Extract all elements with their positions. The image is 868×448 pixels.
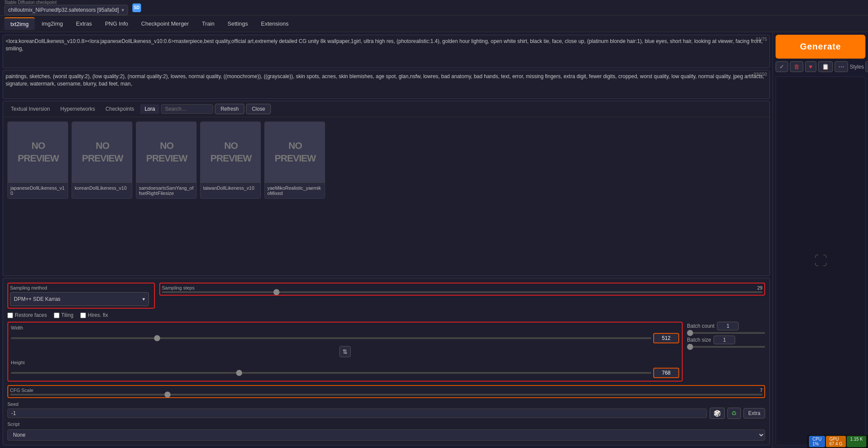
tab-lora[interactable]: Lora [140,104,159,114]
dimensions-row: Width ⇅ Height [7,322,765,382]
negative-prompt-input[interactable] [6,73,767,95]
batch-size-input[interactable] [713,336,735,344]
styles-label: Styles [850,64,864,70]
tiling-checkbox[interactable] [54,313,59,318]
batch-count-label: Batch count [687,323,714,329]
hires-checkbox-label[interactable]: Hires. fix [80,312,108,318]
lora-card[interactable]: NOPREVIEW koreanDollLikeness_v10 [72,122,132,199]
lora-tabs-bar: Textual Inversion Hypernetworks Checkpoi… [3,101,769,117]
batch-count-row: Batch count [687,322,765,330]
model-selector[interactable]: chilloutmix_NiPrunedfp32.safetensors [95… [4,5,128,15]
title-text: Stable Diffusion checkpoint chilloutmix_… [4,0,128,15]
seed-label: Seed [7,402,765,407]
batch-count-slider[interactable] [687,332,765,334]
close-button[interactable]: Close [246,104,271,114]
restore-faces-checkbox-label[interactable]: Restore faces [7,312,47,318]
restore-faces-checkbox[interactable] [7,313,13,318]
lora-card[interactable]: NOPREVIEW yaeMikoRealistic_yaemikoMixed [264,122,325,199]
seed-section: Seed 🎲 ♻ Extra [7,402,765,419]
sampling-method-select[interactable]: DPM++ SDE Karras ▾ [10,292,149,306]
image-placeholder-icon: ⛶ [814,254,827,268]
main-layout: 61/75 93/150 Textual Inversion Hypernetw… [0,32,868,448]
tab-train[interactable]: Train [196,18,220,30]
seed-input[interactable] [7,408,707,418]
negative-prompt-box: 93/150 [3,70,770,99]
batch-count-input[interactable] [717,322,739,330]
width-label: Width [11,325,679,330]
lora-preview: NOPREVIEW [201,122,261,183]
sampling-steps-slider[interactable] [162,291,763,293]
lora-card-name: yaeMikoRealistic_yaemikoMixed [265,183,325,198]
cpu-chip: CPU1% [809,436,825,447]
chevron-down-icon: ▾ [142,296,145,302]
script-select[interactable]: None [7,429,765,441]
positive-prompt-box: 61/75 [3,35,770,68]
chevron-down-icon: ▾ [122,7,124,13]
sd-icon: SD [132,3,141,12]
title-bar: Stable Diffusion checkpoint chilloutmix_… [0,0,868,16]
sampling-row: Sampling method DPM++ SDE Karras ▾ Sampl… [7,283,765,309]
checkboxes-row: Restore faces Tiling Hires. fix [7,312,765,318]
batch-size-row: Batch size [687,336,765,344]
nav-tabs: txt2img img2img Extras PNG Info Checkpoi… [0,16,868,32]
tab-txt2img[interactable]: txt2img [4,17,35,30]
tab-img2img[interactable]: img2img [36,18,69,30]
tiling-checkbox-label[interactable]: Tiling [54,312,73,318]
extra-button[interactable]: Extra [743,408,765,418]
tab-settings[interactable]: Settings [221,18,254,30]
height-input-row [11,368,679,378]
lora-preview: NOPREVIEW [136,122,197,183]
swap-dimensions-button[interactable]: ⇅ [339,346,351,357]
batch-size-label: Batch size [687,337,711,343]
generate-button[interactable]: Generate [776,35,865,59]
tab-png-info[interactable]: PNG Info [99,18,134,30]
hires-checkbox[interactable] [80,313,86,318]
lora-card[interactable]: NOPREVIEW taiwanDollLikeness_v10 [200,122,261,199]
width-slider[interactable] [11,337,651,339]
width-input-row [11,333,679,343]
cfg-scale-group: CFG Scale 7 [7,385,765,398]
sampling-method-group: Sampling method DPM++ SDE Karras ▾ [7,283,155,309]
bottom-controls: Sampling method DPM++ SDE Karras ▾ Sampl… [3,278,770,445]
lora-search-input[interactable] [161,104,213,114]
width-input[interactable] [653,333,679,343]
lora-card[interactable]: NOPREVIEW japaneseDollLikeness_v10 [7,122,68,199]
seed-row: 🎲 ♻ Extra [7,408,765,419]
seed-recycle-button[interactable]: ♻ [727,408,741,419]
lora-card[interactable]: NOPREVIEW samdoesartsSamYang_offsetRight… [136,122,197,199]
left-panel: 61/75 93/150 Textual Inversion Hypernetw… [0,32,773,448]
right-panel: Generate ✓ 🗑 ♥ 📋 ⋯ Styles 🔧 ⛶ [773,32,868,448]
script-section: Script None [7,422,765,441]
height-slider[interactable] [11,372,651,374]
refresh-button[interactable]: Refresh [215,104,244,114]
tab-checkpoints[interactable]: Checkpoints [101,104,138,114]
paste-button[interactable]: 📋 [818,61,833,72]
batch-size-slider[interactable] [687,346,765,348]
more-button[interactable]: ⋯ [835,61,848,72]
lora-preview: NOPREVIEW [265,122,325,183]
lora-section: Textual Inversion Hypernetworks Checkpoi… [3,101,770,276]
cfg-scale-slider[interactable] [10,394,763,395]
height-label: Height [11,360,679,365]
hires-label: Hires. fix [88,312,108,318]
restore-faces-label: Restore faces [15,312,47,318]
tab-checkpoint-merger[interactable]: Checkpoint Merger [135,18,195,30]
apply-styles-button[interactable]: ✓ [776,61,788,72]
positive-char-counter: 61/75 [756,37,767,42]
tab-textual-inversion[interactable]: Textual Inversion [7,104,54,114]
seed-random-button[interactable]: 🎲 [710,408,725,419]
favorite-button[interactable]: ♥ [805,61,816,72]
styles-expand-button[interactable]: 🔧 [865,61,868,72]
height-input[interactable] [653,368,679,378]
height-group: Height [11,360,679,378]
positive-prompt-input[interactable] [6,38,767,64]
tab-extras[interactable]: Extras [70,18,98,30]
tab-hypernetworks[interactable]: Hypernetworks [56,104,99,114]
sampling-steps-group: Sampling steps 29 [159,283,765,296]
tab-extensions[interactable]: Extensions [255,18,295,30]
sampling-method-label: Sampling method [10,285,152,290]
clear-styles-button[interactable]: 🗑 [790,61,803,72]
lora-card-name: samdoesartsSamYang_offsetRightFilesize [136,183,196,198]
lora-grid: NOPREVIEW japaneseDollLikeness_v10 NOPRE… [3,117,769,203]
lora-preview: NOPREVIEW [72,122,132,183]
